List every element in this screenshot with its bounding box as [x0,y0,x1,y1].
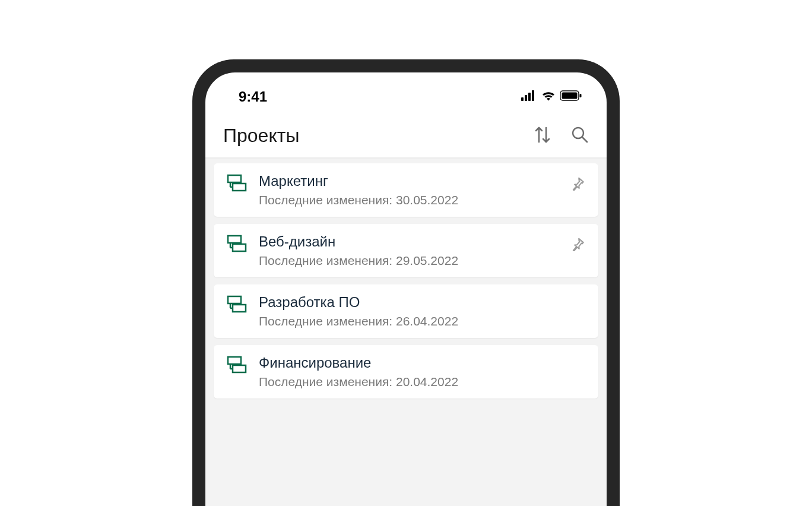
svg-rect-5 [562,93,578,99]
project-info: Веб-дизайн Последние изменения: 29.05.20… [259,233,559,268]
svg-rect-6 [580,94,582,97]
projects-list: Маркетинг Последние изменения: 30.05.202… [205,159,607,506]
svg-rect-9 [228,175,241,182]
phone-frame: 9:41 [192,59,620,506]
project-title: Финансирование [259,355,585,371]
svg-rect-14 [233,244,246,251]
project-title: Разработка ПО [259,294,585,311]
status-icons [521,90,582,103]
status-time: 9:41 [239,88,267,105]
project-info: Маркетинг Последние изменения: 30.05.202… [259,173,559,207]
pin-icon[interactable] [571,237,585,254]
project-card[interactable]: Веб-дизайн Последние изменения: 29.05.20… [214,224,598,277]
svg-rect-22 [233,365,246,372]
svg-rect-10 [233,184,246,191]
project-card[interactable]: Финансирование Последние изменения: 20.0… [214,345,598,399]
project-icon [227,295,247,315]
svg-line-8 [582,137,587,142]
project-title: Маркетинг [259,173,559,189]
pin-icon[interactable] [571,176,585,193]
project-card[interactable]: Разработка ПО Последние изменения: 26.04… [214,284,598,338]
svg-rect-1 [525,95,527,101]
project-title: Веб-дизайн [259,233,559,250]
project-subtitle: Последние изменения: 20.04.2022 [259,375,585,389]
status-bar: 9:41 [205,72,607,114]
page-title: Проекты [223,125,299,147]
project-subtitle: Последние изменения: 26.04.2022 [259,314,585,328]
wifi-icon [541,90,556,103]
phone-screen: 9:41 [205,72,607,506]
svg-rect-21 [228,357,241,364]
svg-rect-13 [228,236,241,243]
cellular-icon [521,90,537,103]
svg-rect-17 [228,296,241,303]
project-info: Разработка ПО Последние изменения: 26.04… [259,294,585,328]
svg-rect-2 [528,93,531,101]
project-subtitle: Последние изменения: 30.05.2022 [259,193,559,207]
sort-icon[interactable] [534,125,551,147]
svg-rect-0 [521,97,524,101]
svg-rect-18 [233,305,246,312]
project-icon [227,235,247,255]
search-icon[interactable] [571,126,589,146]
project-subtitle: Последние изменения: 29.05.2022 [259,254,559,268]
header-actions [534,125,589,147]
project-card[interactable]: Маркетинг Последние изменения: 30.05.202… [214,163,598,217]
battery-icon [560,90,582,103]
project-info: Финансирование Последние изменения: 20.0… [259,355,585,389]
app-header: Проекты [205,114,607,159]
project-icon [227,174,247,194]
svg-rect-3 [532,90,534,101]
project-icon [227,356,247,376]
